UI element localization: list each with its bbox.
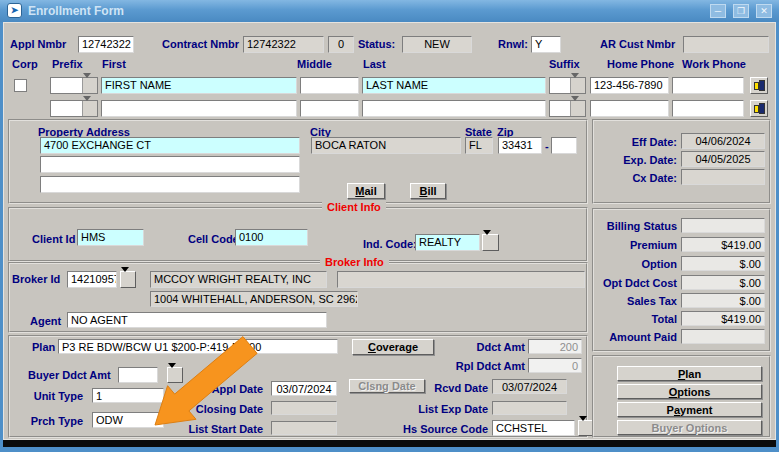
zip-field[interactable]: 33431 xyxy=(498,137,542,154)
amount-paid-field xyxy=(681,329,765,344)
middle-name-field[interactable] xyxy=(300,77,359,94)
suffix-dropdown-2[interactable] xyxy=(549,100,586,117)
buyer-ddct-amt-label: Buyer Ddct Amt xyxy=(28,369,111,381)
client-id-label: Client Id xyxy=(32,233,75,245)
state-field: FL xyxy=(465,137,493,154)
chevron-down-icon[interactable] xyxy=(82,101,97,116)
arrow-down-icon xyxy=(121,267,129,289)
ind-code-label: Ind. Code: xyxy=(363,238,417,250)
options-button[interactable]: Options xyxy=(617,384,762,399)
plan-button[interactable]: Plan xyxy=(617,366,762,381)
contract-suffix-field: 0 xyxy=(328,36,354,53)
close-icon[interactable]: ✕ xyxy=(756,4,772,18)
opt-ddct-cost-field: $.00 xyxy=(681,275,765,290)
buyer-ddct-amt-field[interactable] xyxy=(118,367,158,383)
phone-lookup-button[interactable] xyxy=(750,77,768,94)
phone-lookup-button-2[interactable] xyxy=(750,100,768,117)
rnwl-label: Rnwl: xyxy=(498,38,528,50)
first-name-field[interactable]: FIRST NAME xyxy=(101,77,297,94)
last-name-field[interactable]: LAST NAME xyxy=(362,77,546,94)
appl-nmbr-field[interactable]: 12742322 xyxy=(78,36,134,53)
option-field: $.00 xyxy=(681,256,765,271)
cx-date-label: Cx Date: xyxy=(600,172,677,184)
agent-label: Agent xyxy=(30,315,61,327)
app-icon: ➤ xyxy=(7,3,22,18)
eff-date-field: 04/06/2024 xyxy=(681,133,765,149)
cx-date-field xyxy=(681,169,765,185)
first-header: First xyxy=(102,58,126,70)
suffix-dropdown[interactable] xyxy=(549,77,586,94)
unit-type-label: Unit Type xyxy=(20,390,83,402)
broker-address-field: 1004 WHITEHALL, ANDERSON, SC 29625 xyxy=(150,291,358,307)
address-line1-field[interactable]: 4700 EXCHANGE CT xyxy=(40,137,300,154)
option-label: Option xyxy=(600,258,677,270)
billing-status-label: Billing Status xyxy=(600,220,677,232)
rpl-ddct-amt-field: 0 xyxy=(528,358,582,373)
corp-checkbox[interactable] xyxy=(14,79,27,92)
list-exp-date-label: List Exp Date xyxy=(398,403,488,415)
mail-button[interactable]: Mail xyxy=(347,183,385,199)
status-field: NEW xyxy=(402,36,472,53)
broker-id-field[interactable]: 142109575 xyxy=(67,271,117,288)
middle-name-field-2[interactable] xyxy=(300,100,359,117)
zip-ext-field[interactable] xyxy=(551,137,577,154)
appl-nmbr-label: Appl Nmbr xyxy=(10,38,66,50)
exp-date-field: 04/05/2025 xyxy=(681,151,765,167)
ind-code-field[interactable]: REALTY xyxy=(415,234,480,251)
total-label: Total xyxy=(600,313,677,325)
cell-code-field[interactable]: 0100 xyxy=(235,229,308,246)
address-line2-field[interactable] xyxy=(40,156,300,173)
work-phone-field-2[interactable] xyxy=(672,100,744,117)
hs-source-code-field[interactable]: CCHSTEL xyxy=(492,420,575,436)
appl-date-field[interactable]: 03/07/2024 xyxy=(271,381,337,396)
hs-source-code-label: Hs Source Code xyxy=(388,423,488,435)
broker-id-lookup-button[interactable] xyxy=(120,271,136,288)
prefix-dropdown[interactable] xyxy=(50,77,98,94)
status-label: Status: xyxy=(358,38,395,50)
bill-button[interactable]: Bill xyxy=(410,183,446,199)
plan-field[interactable]: P3 RE BDW/BCW U1 $200-P:419-D:200 xyxy=(58,339,338,354)
ind-code-dropdown-button[interactable] xyxy=(482,234,499,251)
list-start-date-field xyxy=(271,421,337,435)
ddct-amt-field: 200 xyxy=(528,339,582,354)
work-phone-field[interactable] xyxy=(672,77,744,94)
list-exp-date-field xyxy=(492,401,567,415)
prch-type-label: Prch Type xyxy=(20,415,83,427)
chevron-down-icon[interactable] xyxy=(570,78,585,93)
home-phone-field-2[interactable] xyxy=(590,100,669,117)
rnwl-field[interactable]: Y xyxy=(531,36,561,53)
chevron-down-icon[interactable] xyxy=(82,78,97,93)
plan-label: Plan xyxy=(32,341,55,353)
buyer-ddct-dropdown-button[interactable] xyxy=(167,367,183,383)
broker-info-title: Broker Info xyxy=(320,256,389,268)
prefix-header: Prefix xyxy=(52,58,83,70)
minimize-icon[interactable]: ─ xyxy=(710,4,726,18)
closing-date-label: Closing Date xyxy=(185,403,263,415)
cell-code-label: Cell Code xyxy=(188,233,239,245)
amount-paid-label: Amount Paid xyxy=(600,331,677,343)
chevron-down-icon[interactable] xyxy=(570,101,585,116)
unit-type-field[interactable]: 1 xyxy=(92,388,164,403)
billing-status-field xyxy=(681,218,765,233)
first-name-field-2[interactable] xyxy=(101,100,297,117)
home-phone-field[interactable]: 123-456-7890 xyxy=(590,77,669,94)
zip-dash: - xyxy=(545,140,549,152)
last-name-field-2[interactable] xyxy=(362,100,546,117)
prch-type-field[interactable]: ODW xyxy=(92,412,164,428)
sales-tax-field: $.00 xyxy=(681,293,765,308)
arrow-down-icon xyxy=(168,363,176,385)
bottom-frame-bar xyxy=(3,440,776,447)
coverage-button[interactable]: Coverage xyxy=(352,339,434,355)
total-field: $419.00 xyxy=(681,311,765,326)
appl-date-label: Appl Date xyxy=(185,383,263,395)
opt-ddct-cost-label: Opt Ddct Cost xyxy=(600,277,677,289)
maximize-icon[interactable]: ❐ xyxy=(733,4,749,18)
arrow-down-icon xyxy=(483,230,491,252)
contract-nmbr-label: Contract Nmbr xyxy=(162,38,239,50)
client-id-field[interactable]: HMS xyxy=(77,229,144,246)
prefix-dropdown-2[interactable] xyxy=(50,100,98,117)
address-line3-field[interactable] xyxy=(40,176,300,193)
suffix-header: Suffix xyxy=(549,58,580,70)
payment-button[interactable]: Payment xyxy=(617,402,762,417)
agent-field[interactable]: NO AGENT xyxy=(67,312,327,328)
